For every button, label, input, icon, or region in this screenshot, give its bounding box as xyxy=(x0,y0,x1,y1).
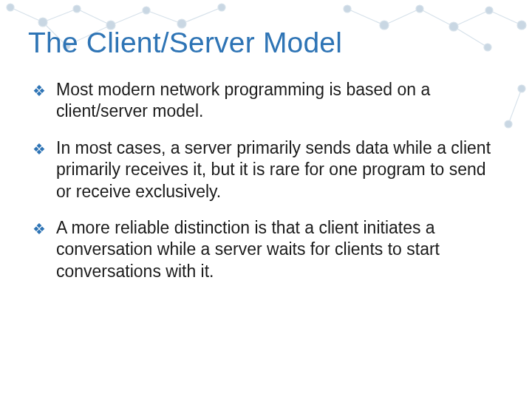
list-item: ❖ In most cases, a server primarily send… xyxy=(33,137,504,202)
bullet-text: In most cases, a server primarily sends … xyxy=(56,137,504,202)
diamond-bullet-icon: ❖ xyxy=(33,140,46,158)
diamond-bullet-icon: ❖ xyxy=(33,220,46,238)
slide-title: The Client/Server Model xyxy=(28,27,504,60)
diamond-bullet-icon: ❖ xyxy=(33,82,46,100)
list-item: ❖ A more reliable distinction is that a … xyxy=(33,217,504,282)
bullet-text: Most modern network programming is based… xyxy=(56,79,504,123)
bullet-text: A more reliable distinction is that a cl… xyxy=(56,217,504,282)
list-item: ❖ Most modern network programming is bas… xyxy=(33,79,504,123)
bullet-list: ❖ Most modern network programming is bas… xyxy=(28,79,504,283)
slide-container: The Client/Server Model ❖ Most modern ne… xyxy=(0,0,532,399)
